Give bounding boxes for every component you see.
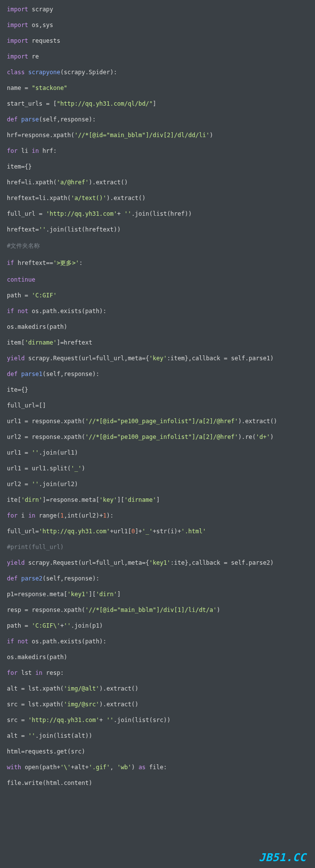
code-line: import re [7, 53, 308, 60]
code-line: for li in hrf: [7, 147, 308, 154]
code-line: start_urls = ["http://qq.yh31.com/ql/bd/… [7, 100, 308, 107]
code-line: item={} [7, 163, 308, 170]
code-line: file.write(html.content) [7, 780, 308, 786]
code-line: html=requests.get(src) [7, 748, 308, 755]
code-line: ite={} [7, 386, 308, 393]
code-line: url1 = url1.split('_') [7, 465, 308, 472]
code-line: os.makedirs(path) [7, 323, 308, 330]
code-line: def parse2(self,response): [7, 575, 308, 582]
code-line: yield scrapy.Request(url=full_url,meta={… [7, 559, 308, 566]
code-line: resp = response.xpath('//*[@id="main_bbl… [7, 607, 308, 613]
code-line: path = 'C:GIF\'+''.join(p1) [7, 622, 308, 629]
code-line: import os,sys [7, 22, 308, 29]
code-line: src = 'http://qq.yh31.com'+ ''.join(list… [7, 717, 308, 723]
code-line: with open(path+'\'+alt+'.gif', 'wb') as … [7, 764, 308, 771]
code-line: alt = ''.join(list(alt)) [7, 732, 308, 739]
code-line: ite['dirn']=response.meta['key']['dirnam… [7, 496, 308, 503]
code-line: src = lst.xpath('img/@src').extract() [7, 701, 308, 708]
code-line: url2 = ''.join(url2) [7, 481, 308, 488]
code-line: item['dirname']=hreftext [7, 339, 308, 346]
code-line: if not os.path.exists(path): [7, 308, 308, 315]
code-line: path = 'C:GIF' [7, 292, 308, 299]
code-line: for lst in resp: [7, 669, 308, 676]
code-line: p1=response.meta['key1']['dirn'] [7, 591, 308, 598]
code-line: if not os.path.exists(path): [7, 638, 308, 645]
code-line: full_url = 'http://qq.yh31.com'+ ''.join… [7, 210, 308, 217]
code-line: continue [7, 276, 308, 283]
code-line: class scrapyone(scrapy.Spider): [7, 69, 308, 76]
code-line: #文件夹名称 [7, 242, 308, 250]
code-line: hreftext=''.join(list(hreftext)) [7, 226, 308, 233]
code-line: href=li.xpath('a/@href').extract() [7, 179, 308, 186]
code-line: #print(full_url) [7, 544, 308, 550]
code-line: alt = lst.xpath('img/@alt').extract() [7, 685, 308, 692]
code-line: hreftext=li.xpath('a/text()').extract() [7, 195, 308, 202]
code-line: name = "stackone" [7, 85, 308, 91]
code-line: import requests [7, 37, 308, 44]
code-line: for i in range(1,int(url2)+1): [7, 512, 308, 519]
code-line: yield scrapy.Request(url=full_url,meta={… [7, 355, 308, 362]
code-line: url1 = ''.join(url1) [7, 449, 308, 456]
code-line: def parse(self,response): [7, 116, 308, 123]
code-block: import scrapyimport os,sysimport request… [0, 0, 315, 815]
code-line: hrf=response.xpath('//*[@id="main_bblm"]… [7, 132, 308, 139]
code-line: url1 = response.xpath('//*[@id="pe100_pa… [7, 418, 308, 425]
code-line: url2 = response.xpath('//*[@id="pe100_pa… [7, 434, 308, 440]
code-line: if hreftext=='>更多>': [7, 259, 308, 267]
code-line: os.makedirs(path) [7, 654, 308, 661]
code-line: def parse1(self,response): [7, 371, 308, 377]
code-line: import scrapy [7, 6, 308, 13]
code-line: full_url='http://qq.yh31.com'+url1[0]+'_… [7, 528, 308, 535]
code-line: full_url=[] [7, 402, 308, 409]
